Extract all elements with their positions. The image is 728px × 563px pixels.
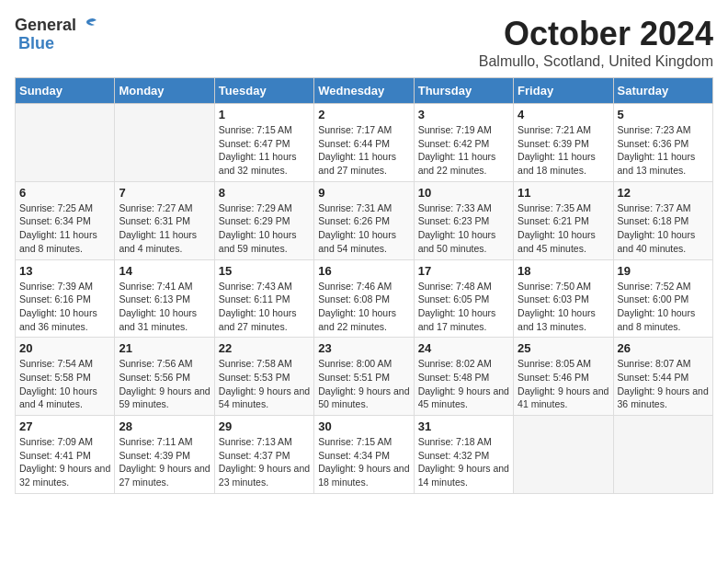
cell-day-number: 12	[618, 186, 709, 200]
cell-daylight: Daylight: 10 hours and 40 minutes.	[618, 229, 696, 254]
cell-sunset: Sunset: 6:13 PM	[119, 293, 190, 304]
cell-sunrise: Sunrise: 7:52 AM	[618, 281, 691, 292]
cell-info: Sunrise: 7:31 AMSunset: 6:26 PMDaylight:…	[318, 201, 409, 256]
cell-info: Sunrise: 7:29 AMSunset: 6:29 PMDaylight:…	[219, 201, 310, 256]
cell-info: Sunrise: 8:02 AMSunset: 5:48 PMDaylight:…	[418, 357, 509, 411]
logo: General Blue	[15, 15, 98, 52]
cell-sunrise: Sunrise: 7:35 AM	[518, 202, 591, 213]
cell-daylight: Daylight: 11 hours and 4 minutes.	[119, 229, 197, 254]
calendar-cell: 25Sunrise: 8:05 AMSunset: 5:46 PMDayligh…	[514, 338, 613, 416]
cell-day-number: 26	[618, 341, 709, 355]
cell-daylight: Daylight: 10 hours and 59 minutes.	[219, 229, 297, 254]
cell-sunset: Sunset: 6:26 PM	[318, 215, 390, 226]
cell-sunset: Sunset: 6:47 PM	[219, 138, 290, 149]
cell-sunrise: Sunrise: 7:50 AM	[518, 281, 591, 292]
cell-sunset: Sunset: 4:34 PM	[318, 450, 390, 461]
cell-daylight: Daylight: 10 hours and 27 minutes.	[219, 307, 297, 332]
cell-daylight: Daylight: 10 hours and 45 minutes.	[518, 229, 596, 254]
cell-daylight: Daylight: 9 hours and 32 minutes.	[19, 463, 110, 488]
day-saturday: Saturday	[613, 78, 712, 104]
cell-sunset: Sunset: 4:37 PM	[219, 450, 290, 461]
cell-sunset: Sunset: 6:29 PM	[219, 215, 290, 226]
cell-sunset: Sunset: 6:16 PM	[19, 293, 91, 304]
cell-sunrise: Sunrise: 7:21 AM	[518, 124, 591, 135]
calendar-cell: 14Sunrise: 7:41 AMSunset: 6:13 PMDayligh…	[115, 259, 214, 338]
cell-daylight: Daylight: 11 hours and 27 minutes.	[318, 151, 396, 176]
cell-sunset: Sunset: 6:34 PM	[19, 215, 91, 226]
calendar-cell: 3Sunrise: 7:19 AMSunset: 6:42 PMDaylight…	[414, 104, 513, 182]
cell-daylight: Daylight: 10 hours and 17 minutes.	[418, 307, 496, 332]
cell-sunrise: Sunrise: 7:18 AM	[418, 436, 492, 447]
day-sunday: Sunday	[16, 78, 115, 104]
calendar-cell: 7Sunrise: 7:27 AMSunset: 6:31 PMDaylight…	[115, 181, 214, 259]
calendar-week-4: 27Sunrise: 7:09 AMSunset: 4:41 PMDayligh…	[16, 416, 713, 494]
calendar-cell: 24Sunrise: 8:02 AMSunset: 5:48 PMDayligh…	[414, 338, 513, 416]
cell-day-number: 21	[119, 341, 210, 355]
cell-sunrise: Sunrise: 7:46 AM	[318, 281, 392, 292]
cell-info: Sunrise: 8:07 AMSunset: 5:44 PMDaylight:…	[618, 357, 709, 411]
cell-day-number: 1	[219, 108, 310, 121]
cell-info: Sunrise: 7:09 AMSunset: 4:41 PMDaylight:…	[19, 435, 110, 489]
cell-day-number: 29	[219, 419, 310, 433]
cell-sunset: Sunset: 6:31 PM	[119, 215, 190, 226]
cell-info: Sunrise: 7:17 AMSunset: 6:44 PMDaylight:…	[318, 123, 409, 178]
calendar-cell: 20Sunrise: 7:54 AMSunset: 5:58 PMDayligh…	[16, 338, 115, 416]
cell-day-number: 4	[518, 108, 609, 121]
day-friday: Friday	[514, 78, 613, 104]
calendar-cell: 21Sunrise: 7:56 AMSunset: 5:56 PMDayligh…	[115, 338, 214, 416]
cell-sunset: Sunset: 6:08 PM	[318, 293, 390, 304]
cell-sunset: Sunset: 5:44 PM	[618, 372, 689, 383]
cell-info: Sunrise: 7:37 AMSunset: 6:18 PMDaylight:…	[618, 201, 709, 256]
cell-sunset: Sunset: 6:42 PM	[418, 138, 490, 149]
calendar-cell: 8Sunrise: 7:29 AMSunset: 6:29 PMDaylight…	[214, 181, 313, 259]
calendar-cell: 6Sunrise: 7:25 AMSunset: 6:34 PMDaylight…	[16, 181, 115, 259]
cell-daylight: Daylight: 9 hours and 36 minutes.	[618, 385, 709, 410]
cell-day-number: 6	[19, 186, 110, 200]
cell-day-number: 27	[19, 419, 110, 433]
cell-sunrise: Sunrise: 7:27 AM	[119, 202, 192, 213]
cell-info: Sunrise: 7:19 AMSunset: 6:42 PMDaylight:…	[418, 123, 509, 178]
day-tuesday: Tuesday	[214, 78, 313, 104]
cell-sunrise: Sunrise: 7:39 AM	[19, 281, 93, 292]
cell-sunrise: Sunrise: 7:37 AM	[618, 202, 691, 213]
cell-sunrise: Sunrise: 7:09 AM	[19, 436, 93, 447]
cell-sunset: Sunset: 5:51 PM	[318, 372, 390, 383]
cell-day-number: 18	[518, 264, 609, 278]
cell-sunrise: Sunrise: 7:25 AM	[19, 202, 93, 213]
cell-sunrise: Sunrise: 7:23 AM	[618, 124, 691, 135]
cell-sunrise: Sunrise: 8:02 AM	[418, 358, 492, 369]
cell-daylight: Daylight: 9 hours and 41 minutes.	[518, 385, 609, 410]
cell-day-number: 22	[219, 341, 310, 355]
logo-blue: Blue	[18, 34, 54, 52]
cell-daylight: Daylight: 9 hours and 50 minutes.	[318, 385, 409, 410]
cell-sunset: Sunset: 6:36 PM	[618, 138, 689, 149]
cell-sunset: Sunset: 5:46 PM	[518, 372, 589, 383]
calendar-header-row: Sunday Monday Tuesday Wednesday Thursday…	[16, 78, 713, 104]
cell-sunrise: Sunrise: 7:56 AM	[119, 358, 192, 369]
page-subtitle: Balmullo, Scotland, United Kingdom	[479, 53, 713, 70]
cell-info: Sunrise: 7:35 AMSunset: 6:21 PMDaylight:…	[518, 201, 609, 256]
cell-sunrise: Sunrise: 7:19 AM	[418, 124, 492, 135]
cell-info: Sunrise: 7:43 AMSunset: 6:11 PMDaylight:…	[219, 280, 310, 334]
calendar-cell: 5Sunrise: 7:23 AMSunset: 6:36 PMDaylight…	[613, 104, 712, 182]
cell-sunrise: Sunrise: 7:43 AM	[219, 281, 292, 292]
cell-day-number: 5	[618, 108, 709, 121]
calendar-week-2: 13Sunrise: 7:39 AMSunset: 6:16 PMDayligh…	[16, 259, 713, 338]
cell-sunrise: Sunrise: 7:41 AM	[119, 281, 192, 292]
cell-sunrise: Sunrise: 8:00 AM	[318, 358, 392, 369]
day-wednesday: Wednesday	[314, 78, 414, 104]
cell-sunset: Sunset: 6:44 PM	[318, 138, 390, 149]
cell-sunset: Sunset: 6:11 PM	[219, 293, 290, 304]
calendar-week-3: 20Sunrise: 7:54 AMSunset: 5:58 PMDayligh…	[16, 338, 713, 416]
cell-day-number: 10	[418, 186, 509, 200]
calendar-cell	[115, 104, 214, 182]
cell-info: Sunrise: 7:11 AMSunset: 4:39 PMDaylight:…	[119, 435, 210, 489]
cell-sunrise: Sunrise: 7:17 AM	[318, 124, 392, 135]
calendar-cell: 12Sunrise: 7:37 AMSunset: 6:18 PMDayligh…	[613, 181, 712, 259]
calendar-cell: 9Sunrise: 7:31 AMSunset: 6:26 PMDaylight…	[314, 181, 414, 259]
calendar-table: Sunday Monday Tuesday Wednesday Thursday…	[15, 77, 713, 494]
cell-sunrise: Sunrise: 7:54 AM	[19, 358, 93, 369]
cell-daylight: Daylight: 10 hours and 4 minutes.	[19, 385, 97, 410]
cell-info: Sunrise: 7:39 AMSunset: 6:16 PMDaylight:…	[19, 280, 110, 334]
cell-day-number: 23	[318, 341, 409, 355]
